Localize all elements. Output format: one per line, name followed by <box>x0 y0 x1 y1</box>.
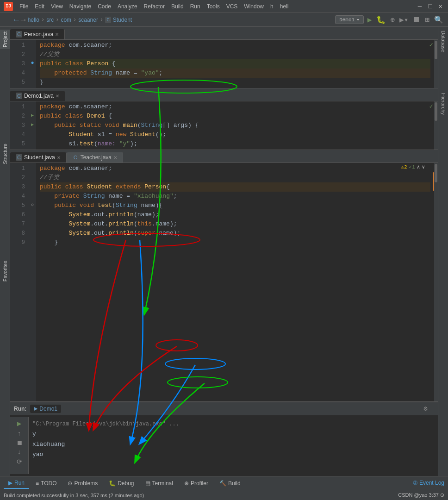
maximize-button[interactable]: □ <box>426 3 434 10</box>
tab-student-java[interactable]: C Student.java ✕ <box>10 152 67 162</box>
menu-file[interactable]: File <box>17 2 31 11</box>
status-bar: Build completed successfully in 3 sec, 3… <box>0 490 448 500</box>
menu-window[interactable]: Window <box>241 2 267 11</box>
menu-code[interactable]: Code <box>95 2 114 11</box>
sidebar-item-hierarchy[interactable]: Hierarchy <box>438 91 448 117</box>
sidebar-item-project[interactable]: Project <box>0 30 10 49</box>
demo1-line-4: Student s1 = new Student(); <box>40 130 430 139</box>
event-log-button[interactable]: ② Event Log <box>413 480 444 487</box>
person-line-numbers: 12345 <box>10 40 29 88</box>
hierarchy-label: Hierarchy <box>441 93 446 115</box>
demo1-scrollbar-thumb[interactable] <box>435 102 437 121</box>
toolbar-right: Demo1 ▾ ▶ 🐛 ⊕ ▶▾ ⏹ ⊞ 🔍 <box>335 15 444 25</box>
tab-teacher-java[interactable]: C Teacher.java ✕ <box>67 152 123 162</box>
minimize-button[interactable]: — <box>416 3 423 10</box>
demo1-gutter-1 <box>29 101 36 111</box>
demo1-code-content[interactable]: package com.scaaner; public class Demo1 … <box>36 101 434 150</box>
title-bar-right: — □ ✕ <box>416 2 444 10</box>
student-code-content[interactable]: ⚠2 ✓1 ∧ ∨ package com.scaaner; //子类 publ… <box>36 163 434 401</box>
bottom-tab-build[interactable]: 🔨 Build <box>215 478 245 488</box>
student-tab-close[interactable]: ✕ <box>57 155 61 160</box>
student-line-4: private String name = "xiaohuang"; <box>40 192 430 201</box>
forward-button[interactable]: → <box>21 15 26 25</box>
menu-vcs[interactable]: VCS <box>224 2 241 11</box>
run-output-cmd: "C:\Program Files\java\jdk\bin\java.exe"… <box>32 419 434 429</box>
menu-run[interactable]: Run <box>187 2 203 11</box>
menu-edit[interactable]: Edit <box>32 2 47 11</box>
student-gutter-8 <box>29 228 36 237</box>
run-panel-title: Run: <box>14 406 26 412</box>
student-tab-icon: C <box>16 154 22 161</box>
back-button[interactable]: ← <box>14 15 19 25</box>
demo1-gutter-3[interactable]: ▶ <box>29 120 36 129</box>
sidebar-item-database[interactable]: Database <box>438 29 448 54</box>
search-button[interactable]: 🔍 <box>433 15 444 25</box>
app-logo: IJ <box>4 2 13 11</box>
menu-refactor[interactable]: Refactor <box>141 2 168 11</box>
run-minimize-icon[interactable]: — <box>430 405 434 412</box>
breadcrumb-com[interactable]: com <box>61 17 71 23</box>
bottom-toolbar: ▶ Run ≡ TODO ⊙ Problems 🐛 Debug ▤ Termin… <box>0 476 448 490</box>
teacher-tab-close[interactable]: ✕ <box>113 155 117 160</box>
run-tab-demo1[interactable]: ▶ Demo1 <box>30 405 61 413</box>
bottom-tab-run[interactable]: ▶ Run <box>4 478 29 489</box>
run-config-dropdown[interactable]: Demo1 ▾ <box>335 15 364 24</box>
bottom-tab-todo[interactable]: ≡ TODO <box>31 478 61 488</box>
breadcrumb-hello[interactable]: hello <box>28 17 39 23</box>
run-panel-header: Run: ▶ Demo1 ⚙ — <box>10 402 438 415</box>
coverage-button[interactable]: ⊕ <box>389 15 396 25</box>
student-gutter-3 <box>29 181 36 191</box>
demo1-line-3: public static void main(String[] args) { <box>40 121 430 130</box>
tab-bar-demo1: C Demo1.java ✕ <box>10 88 438 101</box>
menu-navigate[interactable]: Navigate <box>67 2 94 11</box>
tab-person-java[interactable]: C Person.java ✕ <box>10 29 65 39</box>
person-code-content[interactable]: package com.scaaner; //父类 public class P… <box>36 40 434 88</box>
student-line-8: System.out.println(super.name); <box>40 229 430 238</box>
run-scroll-up-button[interactable]: ↑ <box>17 430 21 438</box>
sidebar-item-favorites[interactable]: Favorites <box>0 259 10 283</box>
menu-tools[interactable]: Tools <box>204 2 223 11</box>
close-button[interactable]: ✕ <box>437 2 444 10</box>
demo1-tab-close[interactable]: ✕ <box>56 94 59 99</box>
breadcrumb-student[interactable]: Student <box>113 17 132 23</box>
warning-icon: ⚠2 <box>401 164 407 170</box>
bottom-tab-profiler[interactable]: ⊕ Profiler <box>180 478 213 488</box>
menu-view[interactable]: View <box>48 2 66 11</box>
run-play-button[interactable]: ▶ <box>17 419 22 428</box>
person-gutter-3[interactable]: ● <box>29 58 36 68</box>
demo1-gutter-2[interactable]: ▶ <box>29 111 36 120</box>
run-button[interactable]: ▶ <box>367 15 373 25</box>
structure-label: Structure <box>2 144 8 164</box>
run-settings-icon[interactable]: ⚙ <box>423 405 427 412</box>
debug-button[interactable]: 🐛 <box>375 15 386 25</box>
run-stop-button[interactable]: ⏹ <box>16 439 23 447</box>
breadcrumb-src[interactable]: src <box>46 17 54 23</box>
build-icon: 🔨 <box>219 480 226 487</box>
breadcrumb-scaaner[interactable]: scaaner <box>78 17 98 23</box>
run-rerun-button[interactable]: ⟳ <box>17 458 22 466</box>
person-tab-close[interactable]: ✕ <box>55 32 59 37</box>
bottom-tab-debug[interactable]: 🐛 Debug <box>104 478 138 488</box>
layout-button[interactable]: ⊞ <box>424 15 430 25</box>
run-scroll-down-button[interactable]: ↓ <box>17 449 21 456</box>
stop-button[interactable]: ⏹ <box>412 15 421 24</box>
more-run-button[interactable]: ▶▾ <box>398 15 409 25</box>
menu-h[interactable]: h <box>268 2 276 11</box>
menu-build[interactable]: Build <box>168 2 187 11</box>
person-scrollbar[interactable] <box>434 40 438 88</box>
tab-bar-person: C Person.java ✕ <box>10 27 438 40</box>
person-line-2: //父类 <box>40 50 430 59</box>
menu-analyze[interactable]: Analyze <box>115 2 140 11</box>
tab-demo1-java[interactable]: C Demo1.java ✕ <box>10 91 65 101</box>
bottom-tab-problems[interactable]: ⊙ Problems <box>63 478 102 488</box>
nav-up-icon[interactable]: ∧ <box>417 164 420 170</box>
demo1-scrollbar[interactable] <box>434 101 438 150</box>
nav-down-icon[interactable]: ∨ <box>422 164 425 170</box>
student-scrollbar[interactable] <box>434 163 438 401</box>
person-scrollbar-thumb[interactable] <box>435 41 437 59</box>
student-scrollbar-thumb[interactable] <box>435 164 437 182</box>
status-message: Build completed successfully in 3 sec, 3… <box>4 493 144 498</box>
bottom-tab-terminal[interactable]: ▤ Terminal <box>141 478 178 488</box>
sidebar-item-structure[interactable]: Structure <box>0 142 10 166</box>
menu-help[interactable]: hell <box>277 2 292 11</box>
